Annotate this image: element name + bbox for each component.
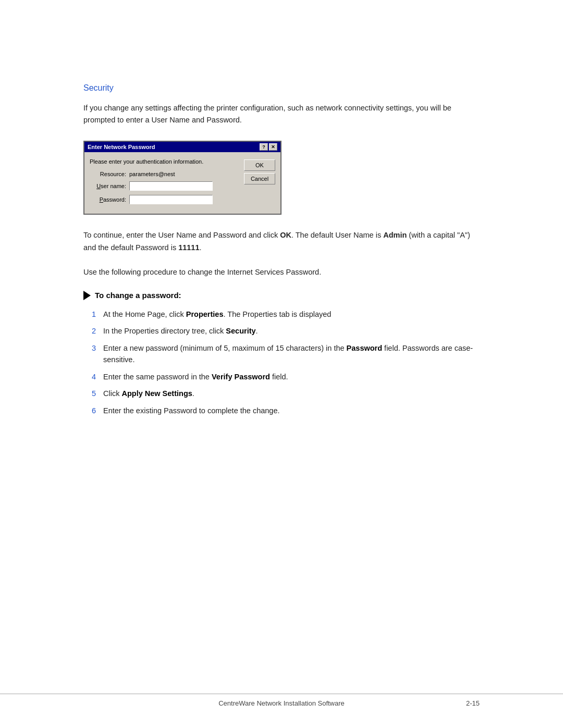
dialog-buttons: OK Cancel [244, 158, 275, 208]
continue-text-2: . The default User Name is [291, 231, 383, 239]
intro-text: If you change any settings affecting the… [83, 104, 451, 124]
resource-label: Resource: [90, 171, 126, 177]
step-number: 6 [89, 405, 96, 416]
dialog-close-btn[interactable]: ✕ [269, 143, 277, 151]
step-text: Enter a new password (minimum of 5, maxi… [103, 342, 480, 366]
step-number: 5 [89, 388, 96, 399]
continue-text-4: . [200, 243, 202, 252]
section-title: Security [83, 83, 480, 93]
dialog-help-btn[interactable]: ? [260, 143, 268, 151]
dialog-wrapper: Enter Network Password ? ✕ Please enter … [83, 141, 480, 215]
password-bold: 11111 [178, 243, 199, 252]
verify-password-bold: Verify Password [212, 373, 270, 381]
step-number: 2 [89, 325, 96, 337]
step-number: 4 [89, 371, 96, 382]
list-item: 1 At the Home Page, click Properties. Th… [89, 309, 480, 320]
use-text: Use the following procedure to change th… [83, 268, 321, 276]
dialog-body: Please enter your authentication informa… [84, 152, 280, 214]
resource-value: parameters@nest [129, 171, 175, 177]
username-input[interactable] [129, 181, 213, 191]
security-bold: Security [226, 327, 255, 335]
dialog-titlebar: Enter Network Password ? ✕ [84, 142, 280, 152]
use-paragraph: Use the following procedure to change th… [83, 266, 480, 278]
cancel-button[interactable]: Cancel [244, 173, 275, 184]
dialog-box: Enter Network Password ? ✕ Please enter … [83, 141, 282, 215]
admin-bold: Admin [383, 231, 407, 239]
apply-new-settings-bold: Apply New Settings [121, 389, 192, 398]
page-footer: CentreWare Network Installation Software… [0, 694, 563, 707]
password-input[interactable] [129, 195, 213, 204]
footer-page-number: 2-15 [345, 699, 480, 707]
dialog-main: Please enter your authentication informa… [90, 158, 239, 208]
username-label: User name: [90, 183, 126, 189]
step-text: Enter the existing Password to complete … [103, 405, 480, 416]
intro-paragraph: If you change any settings affecting the… [83, 102, 480, 126]
continue-text-1: To continue, enter the User Name and Pas… [83, 231, 280, 239]
step-number: 3 [89, 342, 96, 366]
list-item: 5 Click Apply New Settings. [89, 388, 480, 399]
procedure-title: To change a password: [95, 291, 181, 300]
step-text: Click Apply New Settings. [103, 388, 480, 399]
step-number: 1 [89, 309, 96, 320]
password-row: Password: [90, 195, 239, 204]
ok-button[interactable]: OK [244, 159, 275, 171]
steps-list: 1 At the Home Page, click Properties. Th… [89, 309, 480, 416]
continue-paragraph: To continue, enter the User Name and Pas… [83, 229, 480, 253]
footer-center: CentreWare Network Installation Software [218, 699, 345, 707]
step-text: In the Properties directory tree, click … [103, 325, 480, 337]
list-item: 2 In the Properties directory tree, clic… [89, 325, 480, 337]
properties-bold: Properties [186, 310, 224, 318]
dialog-title: Enter Network Password [88, 144, 155, 150]
resource-row: Resource: parameters@nest [90, 171, 239, 177]
password-field-bold: Password [347, 344, 383, 352]
list-item: 6 Enter the existing Password to complet… [89, 405, 480, 416]
procedure-header: To change a password: [83, 291, 480, 300]
list-item: 4 Enter the same password in the Verify … [89, 371, 480, 382]
password-label: Password: [90, 196, 126, 203]
ok-bold: OK [280, 231, 291, 239]
list-item: 3 Enter a new password (minimum of 5, ma… [89, 342, 480, 366]
dialog-prompt: Please enter your authentication informa… [90, 158, 239, 165]
dialog-title-controls: ? ✕ [260, 143, 277, 151]
arrow-icon [83, 291, 91, 300]
username-row: User name: [90, 181, 239, 191]
step-text: At the Home Page, click Properties. The … [103, 309, 480, 320]
step-text: Enter the same password in the Verify Pa… [103, 371, 480, 382]
